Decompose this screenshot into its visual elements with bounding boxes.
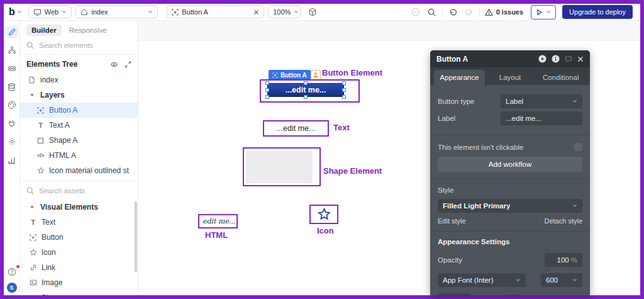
design-pencil-icon[interactable] — [6, 26, 18, 38]
styles-palette-icon[interactable] — [6, 99, 18, 111]
canvas-shape-element[interactable] — [243, 147, 321, 186]
font-weight-dropdown[interactable]: 600 — [541, 273, 582, 287]
canvas-html-element[interactable]: edit me... — [198, 214, 238, 228]
expand-icon[interactable] — [125, 61, 131, 68]
canvas-button-element[interactable]: ...edit me... — [267, 83, 344, 97]
element-tab-label: Button A — [182, 8, 208, 16]
label-field-label: Label — [438, 115, 455, 122]
search-icon[interactable] — [424, 8, 440, 16]
upgrade-to-deploy-button[interactable]: Upgrade to deploy — [562, 5, 633, 19]
asset-item-link[interactable]: Link — [20, 260, 138, 275]
tree-group-layers[interactable]: Layers — [20, 87, 138, 103]
search-elements-input[interactable] — [38, 41, 122, 50]
undo-icon[interactable] — [445, 8, 461, 16]
add-workflow-button[interactable]: Add workflow — [438, 157, 582, 172]
tree-item-icon-material[interactable]: Icon material outlined st — [20, 163, 138, 178]
database-icon[interactable] — [6, 81, 18, 93]
app-logo-menu[interactable]: b — [9, 7, 22, 17]
asset-item-image[interactable]: Image — [20, 275, 138, 290]
asset-item-text[interactable]: T Text — [20, 215, 138, 230]
resize-handle-w[interactable] — [265, 88, 269, 92]
tree-item-label: HTML A — [49, 150, 76, 161]
components-icon[interactable] — [6, 62, 18, 75]
visual-elements-group[interactable]: Visual Elements — [20, 200, 138, 215]
image-icon — [29, 279, 37, 286]
align-left-icon[interactable] — [488, 295, 502, 295]
preview-button[interactable] — [531, 5, 556, 20]
font-family-value: App Font (Inter) — [443, 276, 494, 284]
page-dropdown[interactable]: index — [75, 6, 158, 18]
opacity-input[interactable]: 100 % — [545, 253, 582, 267]
close-icon[interactable] — [577, 56, 584, 62]
tab-responsive[interactable]: Responsive — [67, 25, 109, 36]
mode-dropdown[interactable]: Web — [28, 6, 72, 18]
close-icon[interactable] — [253, 9, 259, 15]
inspector-tabs: Appearance Layout Conditional — [430, 67, 590, 85]
comment-icon[interactable] — [565, 55, 572, 63]
asset-item-icon[interactable]: Icon — [20, 245, 138, 260]
tab-appearance[interactable]: Appearance — [434, 70, 485, 85]
visual-elements-title: Visual Elements — [40, 202, 98, 212]
issues-count: 0 issues — [496, 8, 523, 16]
user-avatar[interactable]: S — [7, 283, 17, 293]
canvas-text-element[interactable]: ...edit me... — [263, 120, 329, 137]
section-button-settings: Button type Label Label ...edit me... — [430, 85, 590, 135]
label-input[interactable]: ...edit me... — [501, 111, 582, 125]
tree-item-html-a[interactable]: </> HTML A — [20, 148, 138, 163]
resize-handle-ne[interactable] — [342, 81, 346, 85]
asset-item-shape[interactable]: Shape — [20, 290, 138, 295]
panel-scrollbar[interactable] — [135, 201, 137, 272]
component-cube-icon[interactable] — [304, 8, 321, 16]
notification-dot — [16, 265, 19, 268]
issues-indicator[interactable]: 0 issues — [482, 8, 526, 16]
chevron-down-icon — [516, 278, 521, 283]
resize-handle-nw[interactable] — [265, 81, 269, 85]
button-type-dropdown[interactable]: Label — [501, 94, 582, 108]
app-window: b Web index Button A 100% — [0, 0, 644, 299]
tab-conditional[interactable]: Conditional — [535, 70, 586, 85]
info-icon[interactable] — [552, 55, 560, 63]
chevron-down-icon — [17, 9, 22, 14]
help-icon[interactable] — [6, 266, 18, 278]
eye-icon[interactable] — [110, 60, 118, 69]
resize-handle-sw[interactable] — [265, 95, 269, 99]
property-editor-header[interactable]: Button A — [430, 50, 590, 67]
detach-style-link[interactable]: Detach style — [544, 217, 582, 225]
align-right-icon[interactable] — [523, 295, 537, 295]
property-editor-title: Button A — [436, 55, 468, 64]
element-tab[interactable]: Button A — [167, 6, 264, 18]
plugins-plug-icon[interactable] — [6, 117, 18, 130]
settings-gear-icon[interactable] — [6, 135, 18, 148]
resize-handle-s[interactable] — [304, 95, 308, 99]
logs-chart-icon[interactable] — [6, 154, 18, 166]
tree-item-text-a[interactable]: T Text A — [20, 118, 138, 133]
asset-item-button[interactable]: Button — [20, 230, 138, 245]
style-dropdown[interactable]: Filled Light Primary — [438, 199, 582, 213]
run-workflow-icon[interactable] — [538, 55, 547, 63]
workflow-icon[interactable] — [6, 44, 18, 57]
clickable-checkbox[interactable] — [574, 143, 582, 151]
resize-handle-e[interactable] — [342, 88, 346, 92]
align-center-icon[interactable] — [506, 295, 519, 295]
top-toolbar: b Web index Button A 100% — [4, 4, 640, 21]
selected-badge-label: Button A — [280, 72, 307, 79]
tree-item-index[interactable]: index — [20, 72, 138, 87]
caret-down-icon[interactable] — [28, 93, 36, 98]
edit-style-link[interactable]: Edit style — [438, 217, 466, 225]
resize-handle-n[interactable] — [304, 81, 308, 85]
font-size-dropdown[interactable]: 16px — [438, 293, 470, 295]
resize-handle-se[interactable] — [342, 95, 346, 99]
add-workflow-label: Add workflow — [489, 161, 531, 168]
tree-item-button-a[interactable]: Button A — [20, 103, 138, 118]
caret-down-icon[interactable] — [28, 205, 36, 210]
tree-item-shape-a[interactable]: Shape A — [20, 133, 138, 148]
responsive-warning-badge[interactable] — [311, 70, 321, 80]
canvas-icon-element[interactable] — [309, 205, 338, 224]
zoom-dropdown[interactable]: 100% — [268, 6, 301, 18]
search-assets-input[interactable] — [38, 186, 122, 195]
tab-builder[interactable]: Builder — [26, 25, 62, 36]
tab-layout[interactable]: Layout — [485, 70, 536, 85]
button-element-icon — [36, 107, 45, 114]
font-family-dropdown[interactable]: App Font (Inter) — [438, 273, 526, 287]
zoom-label: 100% — [273, 8, 291, 16]
